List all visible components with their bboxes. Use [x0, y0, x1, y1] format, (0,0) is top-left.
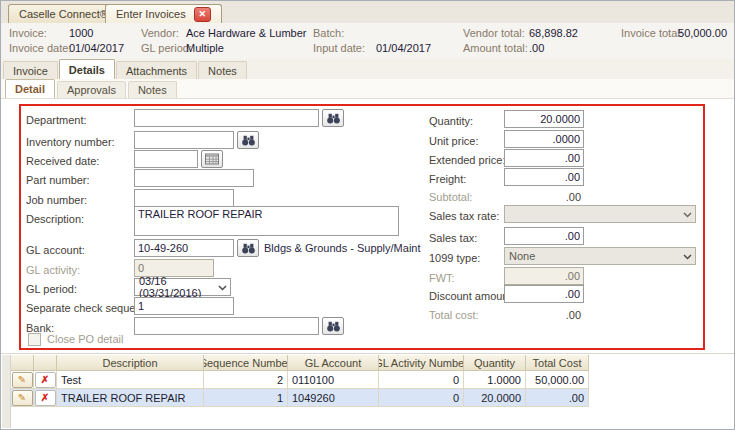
- grid-row-2-gl-account: 1049260: [288, 389, 379, 407]
- part-number-label: Part number:: [26, 174, 90, 186]
- tab-attachments[interactable]: Attachments: [116, 61, 197, 79]
- gl-period-selected-value: 03/16 (03/31/2016): [139, 275, 218, 299]
- unit-price-input[interactable]: [504, 130, 584, 148]
- calendar-icon[interactable]: [201, 150, 223, 168]
- bank-input[interactable]: [134, 317, 319, 335]
- sales-tax-rate-select: [504, 205, 696, 223]
- gl-account-input[interactable]: [134, 239, 234, 257]
- grid-header-total-cost[interactable]: Total Cost: [526, 355, 589, 371]
- gl-period-select[interactable]: 03/16 (03/31/2016): [134, 278, 231, 296]
- total-cost-value: .00: [504, 309, 581, 321]
- invoice-date-value: 01/04/2017: [69, 42, 124, 54]
- job-number-input[interactable]: [134, 189, 234, 207]
- grid-row-2-description: TRAILER ROOF REPAIR: [57, 389, 204, 407]
- tab-invoice[interactable]: Invoice: [3, 61, 58, 79]
- gl-account-search-icon[interactable]: [237, 239, 259, 257]
- subtotal-value: .00: [504, 191, 581, 203]
- detail-highlight-box: Department: Inventory number: Received d…: [19, 104, 705, 350]
- detail-grid: Description Sequence Number GL Account G…: [11, 355, 589, 407]
- grid-row-1-quantity: 1.0000: [464, 371, 526, 389]
- invoice-date-label: Invoice date:: [9, 42, 71, 54]
- department-search-icon[interactable]: [322, 109, 344, 127]
- grid-header-gl-account[interactable]: GL Account: [288, 355, 379, 371]
- grid-row-2-selected[interactable]: ✎ ✗ TRAILER ROOF REPAIR 1 1049260 0 20.0…: [11, 389, 589, 407]
- description-input[interactable]: TRAILER ROOF REPAIR: [134, 206, 399, 236]
- gl-account-label: GL account:: [26, 244, 85, 256]
- invoice-summary-band: Invoice: 1000 Invoice date: 01/04/2017 V…: [1, 23, 734, 60]
- tab-details[interactable]: Details: [59, 59, 115, 79]
- delete-row-icon[interactable]: ✗: [35, 372, 56, 388]
- grid-row-2-gl-activity-number: 0: [379, 389, 464, 407]
- grid-row-1-gl-activity-number: 0: [379, 371, 464, 389]
- separate-check-sequence-input[interactable]: [134, 297, 234, 315]
- close-tab-icon[interactable]: ✕: [194, 7, 211, 22]
- invoice-total-value: 50,000.00: [671, 27, 727, 39]
- quantity-label: Quantity:: [429, 115, 473, 127]
- part-number-input[interactable]: [134, 169, 254, 187]
- tab-details-label: Details: [69, 64, 105, 76]
- grid-row-2-quantity: 20.0000: [464, 389, 526, 407]
- gl-period-label: GL period:: [141, 42, 192, 54]
- sales-tax-rate-label: Sales tax rate:: [429, 210, 499, 222]
- gl-period-label: GL period:: [26, 283, 77, 295]
- grid-row-1-description: Test: [57, 371, 204, 389]
- gl-period-value: Multiple: [186, 42, 224, 54]
- freight-input[interactable]: [504, 168, 584, 186]
- discount-amount-label: Discount amount:: [429, 290, 515, 302]
- input-date-label: Input date:: [313, 42, 365, 54]
- quantity-input[interactable]: [504, 110, 584, 128]
- 1099-type-select[interactable]: None: [504, 247, 696, 265]
- grid-header-quantity[interactable]: Quantity: [464, 355, 526, 371]
- input-date-value: 01/04/2017: [376, 42, 431, 54]
- detail-sub-tabs: Detail Approvals Notes: [1, 79, 734, 99]
- tab-caselle-connect[interactable]: Caselle Connect®: [8, 4, 119, 23]
- discount-amount-input[interactable]: [504, 285, 584, 303]
- grid-header-sequence-number[interactable]: Sequence Number: [204, 355, 288, 371]
- document-tabstrip: Caselle Connect® Enter Invoices ✕: [1, 1, 734, 23]
- sales-tax-input[interactable]: [504, 227, 584, 245]
- gl-activity-label: GL activity:: [26, 264, 80, 276]
- vendor-total-label: Vendor total:: [463, 27, 525, 39]
- invoice-label: Invoice:: [9, 27, 47, 39]
- inventory-number-input[interactable]: [134, 131, 234, 149]
- unit-price-label: Unit price:: [429, 135, 479, 147]
- description-label: Description:: [26, 213, 84, 225]
- chevron-down-icon: [683, 250, 692, 262]
- close-po-detail-checkbox: [28, 333, 41, 346]
- chevron-down-icon: [683, 208, 692, 220]
- grid-row-1-edit-cell: ✎: [11, 371, 34, 389]
- subtab-approvals[interactable]: Approvals: [57, 81, 126, 98]
- amount-total-label: Amount total:: [463, 42, 528, 54]
- received-date-input[interactable]: [134, 150, 198, 168]
- grid-row-2-total-cost: .00: [526, 389, 589, 407]
- grid-row-1-total-cost: 50,000.00: [526, 371, 589, 389]
- bank-search-icon[interactable]: [322, 317, 344, 335]
- edit-row-icon[interactable]: ✎: [12, 390, 33, 406]
- tab-enter-invoices[interactable]: Enter Invoices ✕: [105, 4, 222, 23]
- edit-row-icon[interactable]: ✎: [12, 372, 33, 388]
- grid-header-description[interactable]: Description: [57, 355, 204, 371]
- grid-row-1[interactable]: ✎ ✗ Test 2 0110100 0 1.0000 50,000.00: [11, 371, 589, 389]
- invoice-value: 1000: [69, 27, 93, 39]
- grid-header-delete-column: [34, 355, 57, 371]
- grid-header-gl-activity-number[interactable]: GL Activity Number: [379, 355, 464, 371]
- grid-row-1-sequence-number: 2: [204, 371, 288, 389]
- fwt-label: FWT:: [429, 272, 455, 284]
- department-input[interactable]: [134, 109, 319, 127]
- received-date-label: Received date:: [26, 155, 99, 167]
- enter-invoices-window: Caselle Connect® Enter Invoices ✕ Invoic…: [0, 0, 735, 430]
- delete-row-icon[interactable]: ✗: [35, 390, 56, 406]
- subtab-detail-label: Detail: [15, 83, 45, 95]
- tab-notes[interactable]: Notes: [198, 61, 247, 79]
- subtab-detail[interactable]: Detail: [5, 79, 55, 98]
- subtab-notes[interactable]: Notes: [128, 81, 177, 98]
- grid-row-2-delete-cell: ✗: [34, 389, 57, 407]
- grid-left-gutter: [2, 355, 11, 428]
- 1099-type-selected-value: None: [509, 250, 535, 262]
- vendor-total-value: 68,898.82: [529, 27, 578, 39]
- inventory-search-icon[interactable]: [237, 131, 259, 149]
- detail-grid-area: Description Sequence Number GL Account G…: [1, 353, 734, 429]
- extended-price-input[interactable]: [504, 149, 584, 167]
- fwt-input: [504, 267, 584, 285]
- department-label: Department:: [26, 114, 87, 126]
